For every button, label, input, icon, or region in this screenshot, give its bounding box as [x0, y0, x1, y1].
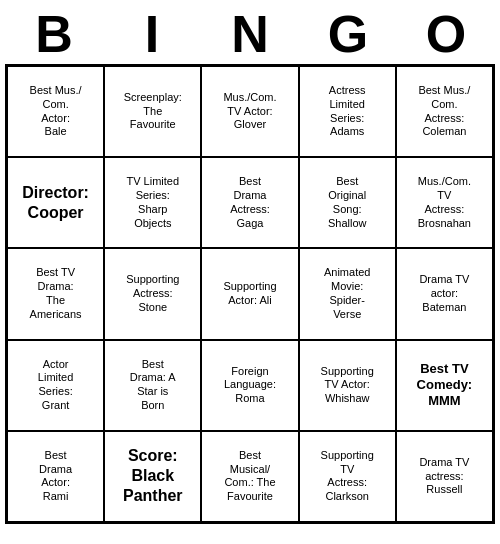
bingo-letter-g: G [303, 8, 393, 60]
bingo-cell-15: Actor Limited Series: Grant [7, 340, 104, 431]
bingo-cell-14: Drama TV actor: Bateman [396, 248, 493, 339]
bingo-cell-22: Best Musical/ Com.: The Favourite [201, 431, 298, 522]
bingo-cell-10: Best TV Drama: The Americans [7, 248, 104, 339]
bingo-cell-0: Best Mus./ Com. Actor: Bale [7, 66, 104, 157]
bingo-cell-18: Supporting TV Actor: Whishaw [299, 340, 396, 431]
bingo-cell-19: Best TV Comedy: MMM [396, 340, 493, 431]
bingo-cell-4: Best Mus./ Com. Actress: Coleman [396, 66, 493, 157]
bingo-cell-21: Score: Black Panther [104, 431, 201, 522]
bingo-letter-i: I [107, 8, 197, 60]
bingo-cell-7: Best Drama Actress: Gaga [201, 157, 298, 248]
bingo-cell-24: Drama TV actress: Russell [396, 431, 493, 522]
bingo-cell-13: Animated Movie: Spider- Verse [299, 248, 396, 339]
bingo-cell-12: Supporting Actor: Ali [201, 248, 298, 339]
bingo-cell-1: Screenplay: The Favourite [104, 66, 201, 157]
bingo-cell-23: Supporting TV Actress: Clarkson [299, 431, 396, 522]
bingo-header: BINGO [5, 0, 495, 64]
bingo-cell-11: Supporting Actress: Stone [104, 248, 201, 339]
bingo-letter-n: N [205, 8, 295, 60]
bingo-cell-20: Best Drama Actor: Rami [7, 431, 104, 522]
bingo-letter-o: O [401, 8, 491, 60]
bingo-cell-9: Mus./Com. TV Actress: Brosnahan [396, 157, 493, 248]
bingo-cell-8: Best Original Song: Shallow [299, 157, 396, 248]
bingo-cell-2: Mus./Com. TV Actor: Glover [201, 66, 298, 157]
bingo-cell-17: Foreign Language: Roma [201, 340, 298, 431]
bingo-cell-5: Director: Cooper [7, 157, 104, 248]
bingo-letter-b: B [9, 8, 99, 60]
bingo-cell-16: Best Drama: A Star is Born [104, 340, 201, 431]
bingo-grid: Best Mus./ Com. Actor: BaleScreenplay: T… [5, 64, 495, 524]
bingo-cell-6: TV Limited Series: Sharp Objects [104, 157, 201, 248]
bingo-cell-3: Actress Limited Series: Adams [299, 66, 396, 157]
